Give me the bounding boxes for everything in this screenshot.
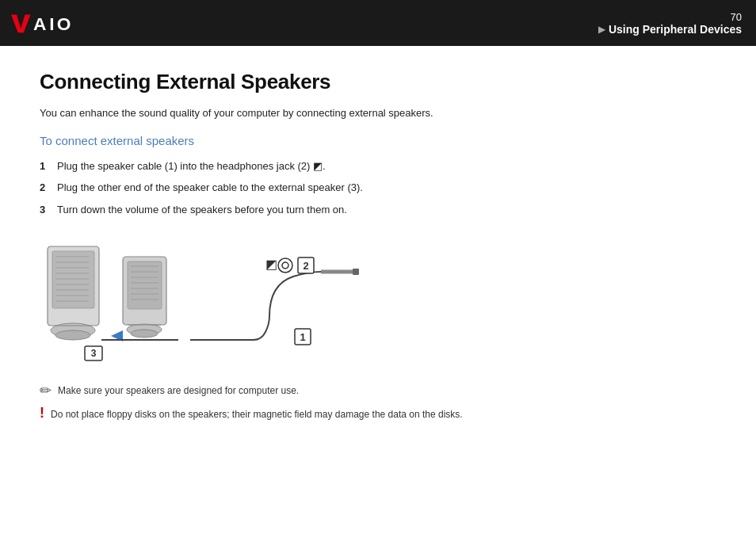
- step-3: 3 Turn down the volume of the speakers b…: [40, 202, 716, 218]
- svg-text:2: 2: [303, 260, 308, 272]
- svg-text:A: A: [33, 13, 46, 34]
- svg-point-28: [131, 330, 158, 338]
- step-2: 2 Plug the other end of the speaker cabl…: [40, 180, 716, 196]
- step-1-num: 1: [40, 158, 57, 174]
- svg-text:I: I: [49, 13, 54, 34]
- step-2-text: Plug the other end of the speaker cable …: [57, 180, 716, 196]
- step-3-num: 3: [40, 202, 57, 218]
- section-title: Using Peripheral Devices: [609, 23, 742, 36]
- note-section: ✏ Make sure your speakers are designed f…: [40, 383, 716, 399]
- page-number: 70: [731, 11, 742, 23]
- svg-marker-0: [11, 15, 31, 33]
- svg-point-38: [278, 258, 292, 273]
- step-1: 1 Plug the speaker cable (1) into the he…: [40, 158, 716, 174]
- main-content: Connecting External Speakers You can enh…: [0, 46, 756, 437]
- intro-text: You can enhance the sound quality of you…: [40, 105, 716, 121]
- warning-icon: !: [40, 405, 44, 421]
- page-header: A I O 70 ▶ Using Peripheral Devices: [0, 0, 756, 46]
- diagram-area: 3 ◩ 2 1: [40, 233, 716, 368]
- step-2-num: 2: [40, 180, 57, 196]
- step-3-text: Turn down the volume of the speakers bef…: [57, 202, 716, 218]
- svg-text:1: 1: [300, 331, 305, 343]
- section-subtitle: To connect external speakers: [40, 134, 716, 147]
- svg-text:O: O: [57, 13, 71, 34]
- warning-section: ! Do not place floppy disks on the speak…: [40, 407, 716, 421]
- note-icon: ✏: [40, 382, 52, 399]
- warning-text: Do not place floppy disks on the speaker…: [51, 407, 463, 421]
- note-text: Make sure your speakers are designed for…: [58, 383, 299, 398]
- svg-text:◩: ◩: [265, 257, 277, 271]
- svg-text:3: 3: [91, 348, 97, 359]
- steps-list: 1 Plug the speaker cable (1) into the he…: [40, 158, 716, 218]
- svg-rect-36: [353, 269, 359, 275]
- page-title: Connecting External Speakers: [40, 70, 716, 94]
- speakers-svg: 3: [40, 237, 214, 368]
- svg-point-16: [55, 330, 90, 340]
- header-arrow: ▶: [598, 24, 605, 35]
- jack-svg: ◩ 2 1: [190, 237, 428, 368]
- step-1-text: Plug the speaker cable (1) into the head…: [57, 158, 716, 174]
- header-right: 70 ▶ Using Peripheral Devices: [598, 11, 742, 36]
- svg-rect-19: [128, 261, 162, 309]
- svg-point-39: [282, 262, 288, 269]
- svg-rect-5: [52, 251, 94, 308]
- vaio-logo: A I O: [11, 12, 87, 34]
